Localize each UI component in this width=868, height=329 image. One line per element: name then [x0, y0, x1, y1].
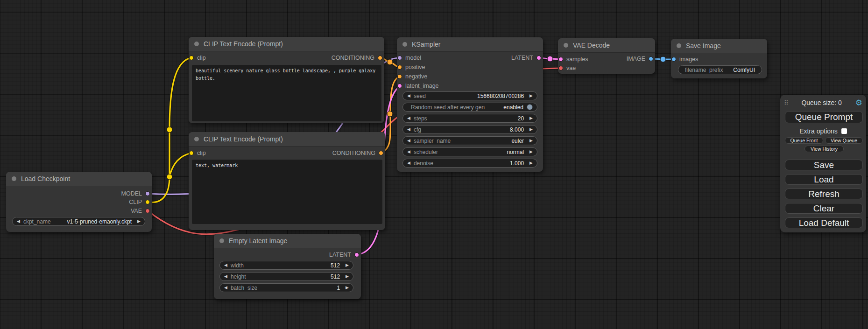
- refresh-button[interactable]: Refresh: [785, 189, 863, 199]
- collapse-dot-icon[interactable]: [402, 42, 407, 47]
- input-port-clip[interactable]: clip: [189, 149, 206, 157]
- vae-port-dot[interactable]: [558, 66, 563, 70]
- increment-icon[interactable]: [529, 127, 533, 132]
- decrement-icon[interactable]: [407, 94, 410, 98]
- queue-prompt-button[interactable]: Queue Prompt: [785, 111, 863, 123]
- widget-cfg[interactable]: cfg 8.000: [402, 125, 537, 134]
- image-port-dot[interactable]: [649, 56, 653, 61]
- collapse-dot-icon[interactable]: [219, 238, 224, 243]
- clip-port-dot[interactable]: [145, 200, 150, 204]
- widget-seed[interactable]: seed 156680208700286: [402, 91, 537, 100]
- clip-port-dot[interactable]: [189, 151, 194, 155]
- decrement-icon[interactable]: [407, 150, 410, 154]
- input-port-samples[interactable]: samples: [558, 55, 588, 63]
- increment-icon[interactable]: [346, 263, 349, 267]
- node-title-bar[interactable]: CLIP Text Encode (Prompt): [189, 37, 384, 51]
- conditioning-port-dot[interactable]: [397, 65, 402, 70]
- wire-dot[interactable]: [660, 56, 666, 62]
- widget-width[interactable]: width 512: [219, 261, 353, 270]
- extra-options-checkbox[interactable]: [841, 128, 847, 134]
- node-clip-text-encode-positive[interactable]: CLIP Text Encode (Prompt) clip CONDITION…: [189, 37, 384, 123]
- wire-dot[interactable]: [547, 56, 553, 62]
- load-button[interactable]: Load: [785, 174, 863, 185]
- output-port-conditioning[interactable]: CONDITIONING: [332, 149, 383, 157]
- decrement-icon[interactable]: [407, 139, 410, 143]
- latent-port-dot[interactable]: [354, 252, 359, 257]
- node-title-bar[interactable]: VAE Decode: [558, 38, 655, 53]
- queue-front-button[interactable]: Queue Front: [785, 137, 823, 144]
- input-port-negative[interactable]: negative: [397, 72, 427, 81]
- node-graph-canvas[interactable]: Load Checkpoint MODEL CLIP VAE ckpt_name…: [0, 0, 868, 329]
- wire-dot[interactable]: [387, 59, 393, 65]
- image-port-dot[interactable]: [671, 57, 676, 62]
- input-port-images[interactable]: images: [671, 55, 698, 63]
- decrement-icon[interactable]: [224, 286, 227, 290]
- node-load-checkpoint[interactable]: Load Checkpoint MODEL CLIP VAE ckpt_name…: [6, 172, 152, 232]
- input-port-model[interactable]: model: [397, 54, 421, 62]
- wire-dot[interactable]: [167, 174, 172, 180]
- output-port-latent[interactable]: LATENT: [511, 54, 541, 62]
- collapse-dot-icon[interactable]: [194, 42, 199, 46]
- vae-port-dot[interactable]: [145, 209, 150, 213]
- collapse-dot-icon[interactable]: [12, 176, 16, 181]
- model-port-dot[interactable]: [145, 191, 150, 196]
- output-port-image[interactable]: IMAGE: [627, 55, 653, 63]
- increment-icon[interactable]: [137, 219, 141, 224]
- node-save-image[interactable]: Save Image images filename_prefix ComfyU…: [671, 39, 767, 78]
- clear-button[interactable]: Clear: [785, 203, 863, 214]
- output-port-clip[interactable]: CLIP: [129, 198, 150, 206]
- view-history-button[interactable]: View History: [804, 146, 844, 152]
- increment-icon[interactable]: [529, 161, 533, 165]
- node-title-bar[interactable]: Save Image: [671, 39, 767, 53]
- input-port-clip[interactable]: clip: [189, 54, 206, 62]
- input-port-vae[interactable]: vae: [558, 64, 576, 72]
- latent-port-dot[interactable]: [536, 56, 541, 60]
- node-title-bar[interactable]: CLIP Text Encode (Prompt): [189, 132, 385, 147]
- save-button[interactable]: Save: [785, 160, 863, 170]
- decrement-icon[interactable]: [17, 219, 20, 224]
- increment-icon[interactable]: [529, 139, 533, 143]
- widget-ckpt-name[interactable]: ckpt_name v1-5-pruned-emaonly.ckpt: [12, 217, 145, 226]
- widget-random-seed[interactable]: Random seed after every gen enabled: [402, 103, 537, 112]
- increment-icon[interactable]: [529, 94, 533, 98]
- input-port-latent-image[interactable]: latent_image: [397, 82, 439, 90]
- collapse-dot-icon[interactable]: [194, 137, 199, 141]
- drag-handle-icon[interactable]: [784, 99, 788, 106]
- increment-icon[interactable]: [346, 286, 349, 290]
- node-title-bar[interactable]: Load Checkpoint: [6, 172, 152, 186]
- decrement-icon[interactable]: [407, 116, 410, 120]
- collapse-dot-icon[interactable]: [564, 43, 568, 48]
- wire-dot[interactable]: [387, 111, 393, 117]
- node-empty-latent-image[interactable]: Empty Latent Image LATENT width 512 heig…: [214, 234, 361, 299]
- widget-filename-prefix[interactable]: filename_prefix ComfyUI: [678, 65, 762, 74]
- load-default-button[interactable]: Load Default: [785, 217, 863, 228]
- widget-scheduler[interactable]: scheduler normal: [402, 147, 537, 156]
- input-port-positive[interactable]: positive: [397, 63, 425, 71]
- widget-batch-size[interactable]: batch_size 1: [219, 283, 353, 292]
- widget-steps[interactable]: steps 20: [402, 114, 537, 123]
- decrement-icon[interactable]: [224, 274, 227, 279]
- widget-sampler-name[interactable]: sampler_name euler: [402, 136, 537, 145]
- decrement-icon[interactable]: [224, 263, 227, 267]
- prompt-textarea[interactable]: beautiful scenery nature glass bottle la…: [192, 65, 381, 121]
- node-ksampler[interactable]: KSampler model positive negative latent_…: [397, 37, 543, 172]
- output-port-latent[interactable]: LATENT: [329, 251, 359, 259]
- clip-port-dot[interactable]: [189, 56, 194, 60]
- view-queue-button[interactable]: View Queue: [825, 137, 863, 144]
- widget-height[interactable]: height 512: [219, 272, 353, 281]
- toggle-enabled-icon[interactable]: [527, 104, 533, 110]
- latent-port-dot[interactable]: [397, 84, 402, 88]
- wire-dot[interactable]: [167, 127, 172, 133]
- increment-icon[interactable]: [529, 116, 533, 120]
- gear-icon[interactable]: [855, 99, 862, 107]
- node-vae-decode[interactable]: VAE Decode samples vae IMAGE: [558, 38, 655, 74]
- conditioning-port-dot[interactable]: [378, 56, 382, 60]
- increment-icon[interactable]: [529, 150, 533, 154]
- decrement-icon[interactable]: [407, 127, 410, 132]
- increment-icon[interactable]: [346, 274, 349, 279]
- output-port-conditioning[interactable]: CONDITIONING: [332, 54, 382, 62]
- model-port-dot[interactable]: [397, 56, 402, 60]
- node-title-bar[interactable]: Empty Latent Image: [214, 234, 361, 248]
- output-port-model[interactable]: MODEL: [121, 189, 150, 198]
- node-clip-text-encode-negative[interactable]: CLIP Text Encode (Prompt) clip CONDITION…: [189, 132, 385, 230]
